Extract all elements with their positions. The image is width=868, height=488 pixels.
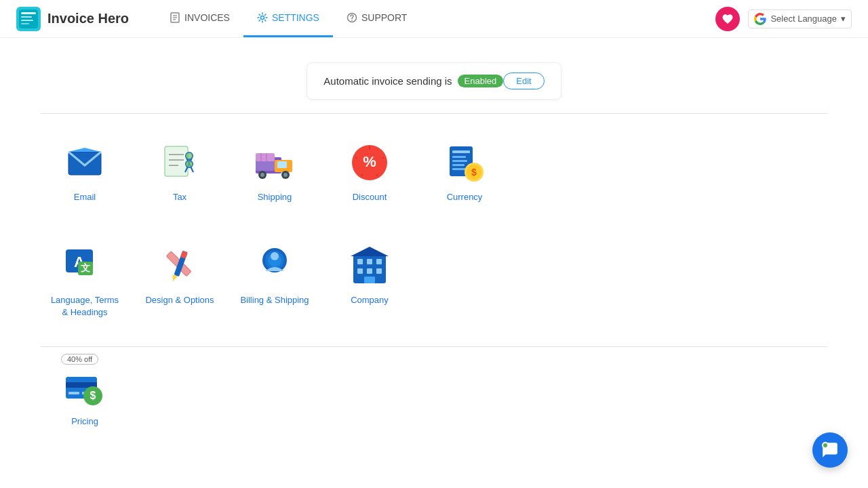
svg-point-26 <box>186 161 193 167</box>
svg-text:$: $ <box>90 390 96 401</box>
svg-point-10 <box>260 16 264 20</box>
design-label: Design & Options <box>145 294 214 306</box>
svg-rect-3 <box>21 16 32 18</box>
svg-rect-66 <box>367 259 372 264</box>
svg-rect-2 <box>21 12 36 14</box>
svg-rect-16 <box>165 146 188 176</box>
settings-icon <box>257 12 268 23</box>
settings-currency[interactable]: $ Currency <box>420 127 509 217</box>
pricing-section: 40% off $ Pricing <box>0 347 868 447</box>
chat-button[interactable] <box>812 432 848 468</box>
banner-text: Automatic invoice sending is Enabled <box>323 75 503 87</box>
svg-point-12 <box>351 20 353 22</box>
currency-label: Currency <box>447 191 483 203</box>
pricing-discount-badge: 40% off <box>61 354 98 365</box>
svg-point-25 <box>186 152 193 159</box>
svg-text:%: % <box>363 153 376 170</box>
invoices-icon <box>170 12 180 23</box>
design-icon <box>158 244 201 287</box>
settings-tax[interactable]: Tax <box>136 127 224 217</box>
app-logo-icon <box>16 7 41 31</box>
support-icon <box>347 12 357 23</box>
tax-icon <box>158 141 201 184</box>
settings-row-2: A 文 Language, Terms & Headings Design & … <box>0 230 868 346</box>
nav-invoices-label: INVOICES <box>184 12 230 23</box>
svg-rect-67 <box>376 259 382 264</box>
email-label: Email <box>74 191 96 203</box>
discount-label: Discount <box>353 191 387 203</box>
svg-rect-76 <box>68 392 79 394</box>
svg-rect-4 <box>21 20 33 21</box>
billing-label: Billing & Shipping <box>240 294 309 306</box>
settings-discount[interactable]: % Discount <box>326 127 414 217</box>
auto-invoice-banner: Automatic invoice sending is Enabled Edi… <box>307 62 561 100</box>
svg-marker-72 <box>351 247 389 256</box>
app-header: Invoice Hero INVOICES SETTINGS <box>0 0 868 38</box>
language-icon: A 文 <box>63 244 106 287</box>
svg-rect-45 <box>452 160 467 162</box>
svg-rect-44 <box>452 156 466 158</box>
google-icon <box>754 13 766 25</box>
nav-support-label: SUPPORT <box>361 12 407 23</box>
svg-rect-29 <box>256 153 275 161</box>
nav-settings[interactable]: SETTINGS <box>243 0 333 37</box>
settings-grid-1: Email Tax <box>41 127 827 217</box>
app-title: Invoice Hero <box>47 11 129 26</box>
currency-icon: $ <box>443 141 486 184</box>
svg-rect-65 <box>357 259 363 264</box>
main-nav: INVOICES SETTINGS SUPPORT <box>156 0 715 37</box>
language-dropdown-arrow: ▾ <box>841 14 846 24</box>
settings-company[interactable]: Company <box>326 230 414 332</box>
settings-grid-2: A 文 Language, Terms & Headings Design & … <box>41 230 827 332</box>
nav-invoices[interactable]: INVOICES <box>156 0 243 37</box>
settings-row-1: Email Tax <box>0 114 868 230</box>
email-icon <box>63 141 106 184</box>
select-language-label: Select Language <box>770 14 837 24</box>
svg-rect-71 <box>364 277 375 283</box>
svg-rect-46 <box>452 164 465 166</box>
svg-point-35 <box>283 173 288 177</box>
svg-text:$: $ <box>471 167 477 178</box>
header-right: Select Language ▾ <box>715 7 852 31</box>
settings-shipping[interactable]: Shipping <box>231 127 319 217</box>
svg-rect-31 <box>277 161 287 168</box>
svg-rect-43 <box>452 150 470 153</box>
svg-rect-5 <box>21 23 29 24</box>
settings-language[interactable]: A 文 Language, Terms & Headings <box>41 230 129 332</box>
svg-rect-68 <box>357 268 363 274</box>
tax-label: Tax <box>173 191 186 203</box>
settings-email[interactable]: Email <box>41 127 129 217</box>
nav-settings-label: SETTINGS <box>272 12 319 23</box>
settings-design[interactable]: Design & Options <box>136 230 224 332</box>
favorite-button[interactable] <box>715 7 740 31</box>
svg-rect-69 <box>367 268 372 274</box>
heart-icon <box>722 13 734 25</box>
language-selector[interactable]: Select Language ▾ <box>748 9 852 28</box>
svg-text:文: 文 <box>81 262 90 273</box>
discount-icon: % <box>348 141 391 184</box>
nav-support[interactable]: SUPPORT <box>333 0 420 37</box>
svg-point-33 <box>260 173 264 177</box>
language-label: Language, Terms & Headings <box>47 294 122 319</box>
settings-pricing[interactable]: 40% off $ Pricing <box>41 354 129 433</box>
shipping-label: Shipping <box>258 191 292 203</box>
billing-icon <box>253 244 296 287</box>
shipping-icon <box>253 141 296 184</box>
settings-billing[interactable]: Billing & Shipping <box>231 230 319 332</box>
svg-rect-70 <box>376 268 382 274</box>
enabled-badge: Enabled <box>458 75 504 87</box>
pricing-icon: $ <box>63 367 106 411</box>
chat-online-dot <box>822 442 829 449</box>
company-label: Company <box>351 294 389 306</box>
banner-message: Automatic invoice sending is <box>323 75 452 87</box>
logo-area: Invoice Hero <box>16 7 129 31</box>
company-icon <box>348 244 391 287</box>
pricing-label: Pricing <box>71 416 98 426</box>
svg-point-63 <box>271 252 279 260</box>
edit-button[interactable]: Edit <box>503 73 544 89</box>
